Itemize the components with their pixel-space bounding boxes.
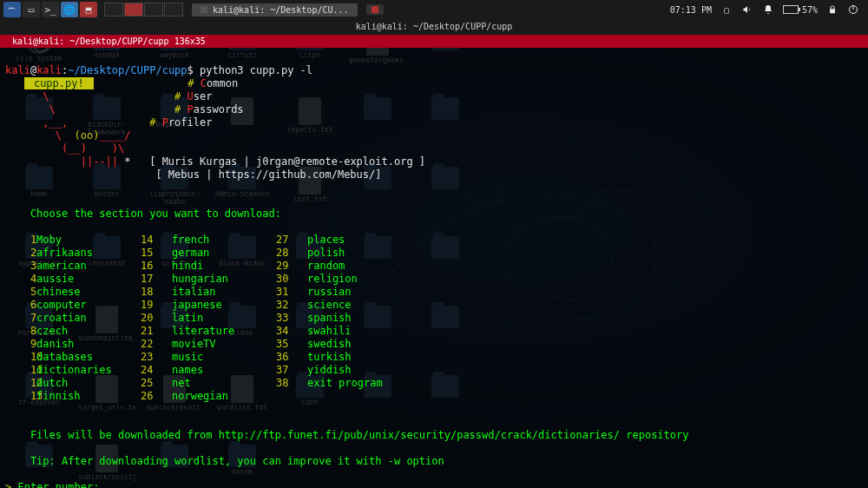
menu-item: aussie: [36, 273, 141, 286]
author-at: @: [293, 155, 299, 168]
author-line-2: [ Mebus | https://github.com/Mebus/]: [155, 168, 381, 181]
workspace-3[interactable]: [144, 3, 163, 16]
volume-icon[interactable]: [741, 3, 753, 16]
author-line-1c: remote-exploit.org ]: [300, 155, 426, 168]
clock[interactable]: 07:13 PM: [670, 5, 712, 15]
battery-icon: [783, 5, 799, 14]
taskbar-task-terminal[interactable]: kali@kali: ~/Desktop/CU...: [192, 3, 358, 16]
prompt-user: kali: [5, 64, 30, 76]
banner-common: ommon: [207, 77, 238, 89]
menu-row: 13finnish26norwegian: [5, 390, 863, 403]
workspace-2[interactable]: [124, 3, 143, 16]
menu-number: 10: [5, 351, 36, 364]
menu-number: 37: [276, 364, 307, 377]
menu-item: places: [307, 234, 429, 247]
terminal-body[interactable]: kali@kali:~/Desktop/CUPP/cupp$ python3 c…: [0, 48, 868, 488]
menu-item: yiddish: [307, 364, 429, 377]
menu-row: 1Moby14french27places: [5, 234, 863, 247]
browser-icon[interactable]: 🌐: [61, 2, 78, 17]
task-window-icon: [201, 6, 207, 13]
menu-number: 13: [5, 390, 36, 403]
battery-indicator[interactable]: 57%: [783, 5, 818, 15]
ascii-art: ____/: [99, 129, 136, 142]
menu-number: 30: [276, 273, 307, 286]
menu-number: 2: [5, 247, 36, 260]
power-icon[interactable]: [847, 3, 859, 16]
menu-number: 38: [276, 377, 307, 390]
menu-item: literature: [172, 325, 276, 338]
menu-number: [276, 390, 307, 403]
terminal-titlebar[interactable]: kali@kali: ~/Desktop/CUPP/cupp: [0, 19, 868, 35]
menu-item: [307, 390, 429, 403]
task-label: kali@kali: ~/Desktop/CU...: [213, 5, 349, 15]
workspace-4[interactable]: [164, 3, 183, 16]
menu-number: 21: [141, 325, 172, 338]
author-line-1a: [ Muris Kurgas | j0rgan: [149, 155, 293, 168]
menu-number: 33: [276, 312, 307, 325]
terminal-tabbar: kali@kali: ~/Desktop/CUPP/cupp 136x35: [0, 35, 868, 48]
menu-number: 4: [5, 273, 36, 286]
notifications-icon[interactable]: [762, 3, 774, 16]
menu-item: german: [172, 247, 276, 260]
menu-number: 5: [5, 286, 36, 299]
menu-item: religion: [307, 273, 429, 286]
terminal-window: kali@kali: ~/Desktop/CUPP/cupp kali@kali…: [0, 19, 868, 488]
prompt-host: kali: [36, 64, 62, 76]
ascii-art: ,__,: [43, 116, 68, 129]
terminal-tab[interactable]: kali@kali: ~/Desktop/CUPP/cupp 136x35: [0, 35, 218, 48]
menu-item: music: [172, 351, 276, 364]
menu-number: 16: [141, 260, 172, 273]
menu-number: 32: [276, 299, 307, 312]
menu-row: 7croatian20latin33spanish: [5, 312, 863, 325]
menu-number: 18: [141, 286, 172, 299]
record-icon: [372, 6, 378, 13]
menu-item: databases: [36, 351, 141, 364]
entered-command: python3 cupp.py -l: [194, 64, 312, 76]
menu-item: names: [172, 364, 276, 377]
workspace-switcher[interactable]: [104, 3, 183, 16]
ascii-art: (__) )\: [5, 142, 137, 155]
menu-item: latin: [172, 312, 276, 325]
menu-number: 34: [276, 325, 307, 338]
menu-number: 11: [5, 364, 36, 377]
ascii-star: *: [124, 155, 136, 168]
menu-item: swedish: [307, 338, 429, 351]
menu-number: 35: [276, 338, 307, 351]
menu-number: 36: [276, 351, 307, 364]
display-icon[interactable]: ▢: [720, 3, 733, 16]
kali-menu-icon[interactable]: [3, 2, 21, 17]
ascii-oo: (oo): [74, 129, 99, 142]
hash-icon: #: [174, 103, 181, 115]
ascii-art: \: [56, 129, 68, 142]
terminal-launcher-icon[interactable]: >_: [42, 2, 59, 17]
menu-row: 12dutch25net38exit program: [5, 377, 863, 390]
input-prompt-text: Enter number:: [11, 481, 99, 488]
taskbar-left: ▭ >_ 🌐 ⬒ kali@kali: ~/Desktop/CU...: [3, 2, 384, 17]
menu-number: 3: [5, 260, 36, 273]
menu-item: dictionaries: [36, 364, 141, 377]
section-heading: Choose the section you want to download:: [5, 208, 281, 220]
prompt-path: ~/Desktop/CUPP/cupp: [68, 64, 187, 76]
files-icon[interactable]: ▭: [23, 2, 40, 17]
taskbar-right: 07:13 PM ▢ 57%: [670, 3, 865, 16]
menu-item: Moby: [36, 234, 141, 247]
lock-icon[interactable]: [826, 3, 838, 16]
menu-number: 31: [276, 286, 307, 299]
menu-row: 11dictionaries24names37yiddish: [5, 364, 863, 377]
banner-C: C: [201, 77, 207, 89]
menu-item: french: [172, 234, 276, 247]
menu-number: 17: [141, 273, 172, 286]
menu-item: hungarian: [172, 273, 276, 286]
banner-U: U: [187, 90, 194, 102]
taskbar: ▭ >_ 🌐 ⬒ kali@kali: ~/Desktop/CU... 07:1…: [0, 0, 868, 19]
menu-number: 6: [5, 299, 36, 312]
menu-number: 27: [276, 234, 307, 247]
workspace-1[interactable]: [104, 3, 123, 16]
taskbar-task-recorder[interactable]: [366, 4, 384, 15]
banner-passwords: asswords: [194, 103, 244, 115]
cupp-banner-label: cupp.py!: [24, 77, 94, 89]
menu-number: 28: [276, 247, 307, 260]
menu-row: 4aussie17hungarian30religion: [5, 273, 863, 286]
app-icon[interactable]: ⬒: [80, 2, 97, 17]
menu-number: 12: [5, 377, 36, 390]
